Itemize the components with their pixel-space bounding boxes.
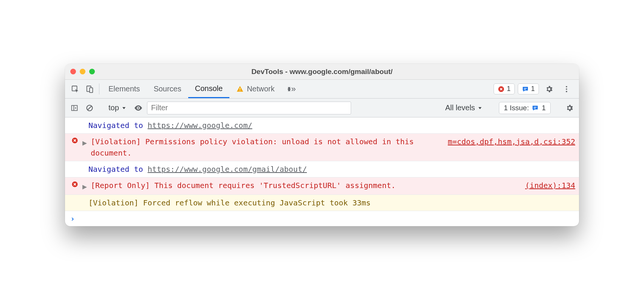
warning-icon (236, 85, 244, 93)
window-title: DevTools - www.google.com/gmail/about/ (251, 68, 393, 76)
error-icon (71, 137, 78, 144)
tab-label: Console (195, 84, 223, 93)
error-message: ▶ [Violation] Permissions policy violati… (65, 134, 579, 161)
navigation-message: Navigated to https://www.google.com/ (65, 117, 579, 134)
svg-line-14 (88, 106, 91, 110)
issue-label: 1 Issue: (504, 104, 529, 112)
tab-label: Network (247, 85, 274, 93)
filter-input[interactable] (147, 102, 351, 114)
svg-rect-17 (534, 108, 536, 109)
message-text: [Violation] Permissions policy violation… (91, 136, 439, 159)
source-link[interactable]: m=cdos,dpf,hsm,jsa,d,csi:352 (448, 136, 575, 147)
nav-prefix: Navigated to (88, 121, 148, 130)
close-icon[interactable] (70, 69, 76, 74)
settings-icon[interactable] (542, 85, 556, 93)
more-tabs-button[interactable]: » (282, 80, 300, 98)
svg-rect-4 (240, 90, 240, 91)
context-label: top (108, 103, 119, 112)
source-link[interactable]: (index):134 (525, 180, 575, 191)
divider (99, 83, 99, 94)
minimize-icon[interactable] (80, 69, 85, 74)
error-icon (71, 181, 78, 188)
disclosure-triangle-icon[interactable]: ▶ (82, 180, 88, 192)
issue-icon (532, 105, 539, 111)
nav-prefix: Navigated to (88, 165, 148, 174)
device-toggle-icon[interactable] (82, 80, 97, 98)
tabbar-right: 1 1 (494, 80, 576, 98)
sidebar-toggle-icon[interactable] (68, 102, 81, 114)
message-text: [Report Only] This document requires 'Tr… (91, 180, 516, 191)
disclosure-triangle-icon[interactable]: ▶ (82, 136, 88, 148)
tab-network[interactable]: Network (229, 80, 281, 98)
console-prompt[interactable]: › (65, 211, 579, 226)
main-tabbar: Elements Sources Console Network » 1 1 (65, 80, 579, 99)
warning-message: [Violation] Forced reflow while executin… (65, 195, 579, 211)
svg-point-9 (566, 88, 567, 90)
console-toolbar: top All levels 1 Issue: 1 (65, 99, 579, 117)
svg-rect-3 (240, 88, 240, 89)
svg-rect-11 (72, 105, 77, 110)
tab-console[interactable]: Console (188, 80, 229, 98)
traffic-lights (70, 69, 95, 74)
devtools-window: DevTools - www.google.com/gmail/about/ E… (65, 64, 579, 226)
svg-point-8 (566, 86, 567, 87)
svg-rect-6 (524, 88, 527, 89)
titlebar: DevTools - www.google.com/gmail/about/ (65, 64, 579, 80)
issue-count: 1 (542, 104, 546, 112)
levels-label: All levels (445, 103, 475, 112)
context-selector[interactable]: top (105, 103, 130, 112)
log-levels-selector[interactable]: All levels (441, 103, 486, 112)
tab-label: Sources (153, 85, 181, 93)
chevron-down-icon (477, 105, 483, 111)
issues-count: 1 (531, 85, 535, 93)
issues-badge[interactable]: 1 (518, 83, 539, 94)
tab-sources[interactable]: Sources (147, 80, 188, 98)
issues-button[interactable]: 1 Issue: 1 (499, 102, 551, 114)
navigation-message: Navigated to https://www.google.com/gmai… (65, 161, 579, 177)
panel-tabs: Elements Sources Console Network (102, 80, 282, 98)
kebab-menu-icon[interactable] (559, 85, 574, 93)
console-output: Navigated to https://www.google.com/ ▶ [… (65, 117, 579, 226)
inspect-icon[interactable] (68, 80, 82, 98)
error-icon (498, 86, 505, 93)
errors-badge[interactable]: 1 (494, 83, 515, 94)
svg-point-10 (566, 91, 567, 92)
issue-icon (522, 86, 529, 93)
tab-label: Elements (108, 85, 140, 93)
live-expression-icon[interactable] (132, 102, 145, 114)
svg-rect-16 (534, 107, 537, 108)
nav-url[interactable]: https://www.google.com/gmail/about/ (148, 165, 307, 174)
svg-rect-7 (524, 89, 526, 90)
nav-url[interactable]: https://www.google.com/ (148, 121, 252, 130)
chevron-down-icon (121, 105, 127, 111)
svg-point-15 (138, 107, 139, 109)
svg-rect-2 (90, 88, 93, 93)
error-message: ▶ [Report Only] This document requires '… (65, 177, 579, 195)
maximize-icon[interactable] (89, 69, 95, 74)
message-text: [Violation] Forced reflow while executin… (88, 197, 575, 208)
clear-console-icon[interactable] (83, 102, 96, 114)
console-settings-icon[interactable] (563, 102, 576, 114)
errors-count: 1 (507, 85, 511, 93)
tab-elements[interactable]: Elements (102, 80, 147, 98)
